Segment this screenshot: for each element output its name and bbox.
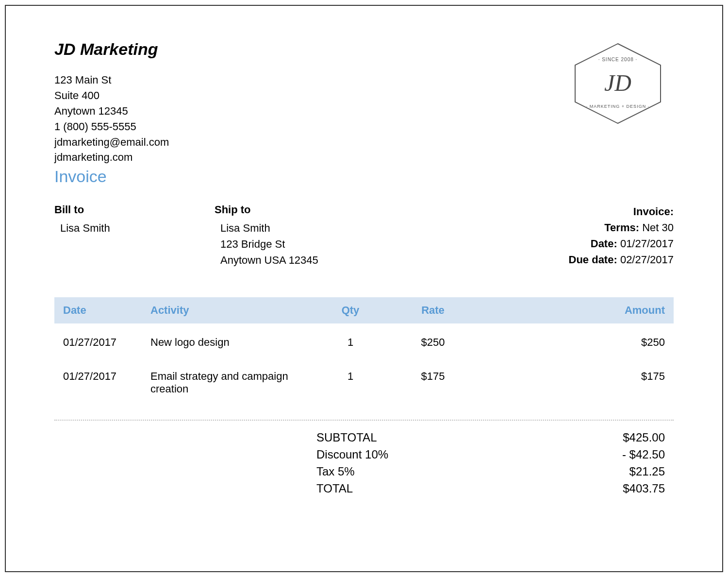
total-value: $403.75 [462, 480, 674, 497]
company-address1: 123 Main St [54, 72, 562, 88]
ship-to-body: Lisa Smith 123 Bridge St Anytown USA 123… [215, 220, 423, 268]
subtotal-value: $425.00 [462, 429, 674, 446]
ship-to-address: 123 Bridge St [220, 236, 423, 252]
terms-label: Terms: [604, 221, 639, 234]
due-date-value: 02/27/2017 [620, 254, 674, 266]
item-activity: Email strategy and campaign creation [142, 354, 316, 400]
tax-row: Tax 5% $21.25 [54, 463, 674, 480]
bill-to-name: Lisa Smith [60, 220, 215, 236]
company-email: jdmarketing@email.com [54, 135, 562, 150]
col-header-qty: Qty [316, 297, 384, 323]
ship-to-block: Ship to Lisa Smith 123 Bridge St Anytown… [215, 204, 423, 268]
bill-to-block: Bill to Lisa Smith [54, 204, 215, 268]
table-header-row: Date Activity Qty Rate Amount [54, 297, 674, 323]
bill-to-body: Lisa Smith [54, 220, 215, 236]
col-header-rate: Rate [384, 297, 481, 323]
line-items-table: Date Activity Qty Rate Amount 01/27/2017… [54, 297, 674, 400]
company-website: jdmarketing.com [54, 150, 562, 165]
item-qty: 1 [316, 323, 384, 354]
ship-to-label: Ship to [215, 204, 423, 216]
item-date: 01/27/2017 [54, 323, 142, 354]
item-rate: $250 [384, 323, 481, 354]
invoice-meta-block: Invoice: Terms: Net 30 Date: 01/27/2017 … [423, 204, 674, 268]
tax-value: $21.25 [462, 463, 674, 480]
col-header-activity: Activity [142, 297, 316, 323]
logo-initials: JD [604, 70, 631, 96]
ship-to-city-zip: Anytown USA 12345 [220, 252, 423, 268]
ship-to-name: Lisa Smith [220, 220, 423, 236]
logo-tagline: · MARKETING + DESIGN · [586, 104, 649, 109]
totals-block: SUBTOTAL $425.00 Discount 10% - $42.50 T… [54, 429, 674, 497]
company-block: JD Marketing 123 Main St Suite 400 Anyto… [54, 40, 562, 186]
discount-row: Discount 10% - $42.50 [54, 446, 674, 463]
terms-value: Net 30 [642, 221, 674, 234]
meta-row: Bill to Lisa Smith Ship to Lisa Smith 12… [54, 204, 674, 268]
document-title: Invoice [54, 167, 562, 186]
company-city-zip: Anytown 12345 [54, 103, 562, 119]
tax-label: Tax 5% [316, 463, 462, 480]
date-value: 01/27/2017 [620, 238, 674, 250]
table-row: 01/27/2017 Email strategy and campaign c… [54, 354, 674, 400]
company-phone: 1 (800) 555-5555 [54, 119, 562, 135]
subtotal-row: SUBTOTAL $425.00 [54, 429, 674, 446]
due-date-label: Due date: [569, 254, 617, 266]
hexagon-logo-icon: · SINCE 2008 · JD · MARKETING + DESIGN · [569, 40, 666, 127]
invoice-page: JD Marketing 123 Main St Suite 400 Anyto… [5, 5, 723, 572]
subtotal-label: SUBTOTAL [316, 429, 462, 446]
company-name: JD Marketing [54, 40, 562, 59]
invoice-number-label: Invoice: [633, 205, 674, 218]
logo-block: · SINCE 2008 · JD · MARKETING + DESIGN · [562, 40, 674, 129]
logo-since-text: · SINCE 2008 · [598, 57, 638, 62]
item-qty: 1 [316, 354, 384, 400]
item-rate: $175 [384, 354, 481, 400]
header-row: JD Marketing 123 Main St Suite 400 Anyto… [54, 40, 674, 186]
bill-to-label: Bill to [54, 204, 215, 216]
company-address2: Suite 400 [54, 88, 562, 103]
company-contact: 123 Main St Suite 400 Anytown 12345 1 (8… [54, 72, 562, 165]
discount-label: Discount 10% [316, 446, 462, 463]
item-activity: New logo design [142, 323, 316, 354]
table-row: 01/27/2017 New logo design 1 $250 $250 [54, 323, 674, 354]
separator-line [54, 420, 674, 421]
total-label: TOTAL [316, 480, 462, 497]
date-label: Date: [591, 238, 617, 250]
col-header-date: Date [54, 297, 142, 323]
item-amount: $250 [481, 323, 674, 354]
discount-value: - $42.50 [462, 446, 674, 463]
total-row: TOTAL $403.75 [54, 480, 674, 497]
item-amount: $175 [481, 354, 674, 400]
item-date: 01/27/2017 [54, 354, 142, 400]
col-header-amount: Amount [481, 297, 674, 323]
